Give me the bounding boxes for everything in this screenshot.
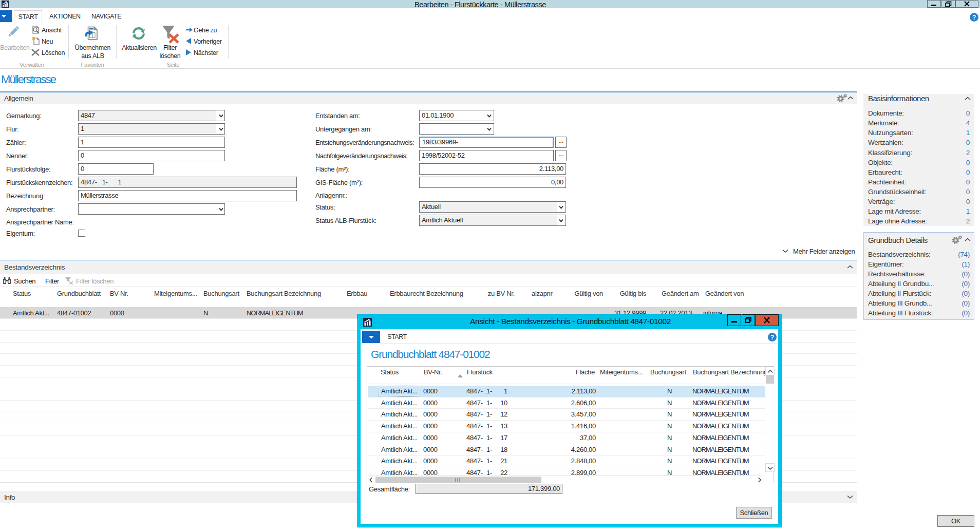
svg-text:?: ? xyxy=(972,14,976,21)
svg-text:?: ? xyxy=(770,334,774,341)
